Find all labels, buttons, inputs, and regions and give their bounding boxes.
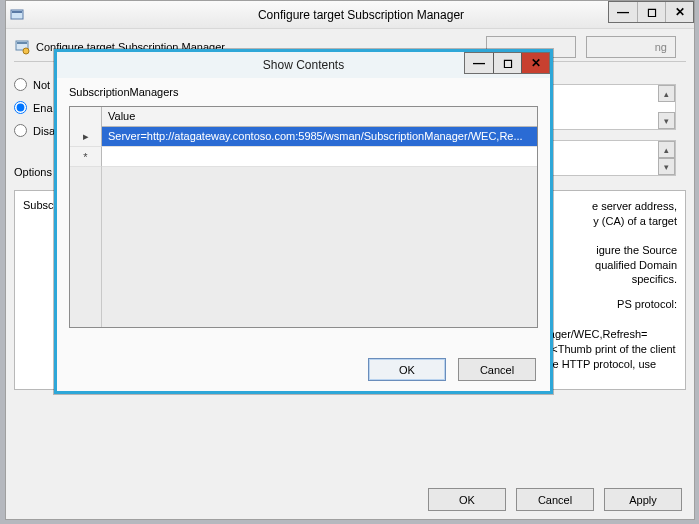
svg-rect-3 bbox=[17, 42, 27, 44]
svg-rect-1 bbox=[12, 11, 22, 13]
dialog-close-button[interactable]: ✕ bbox=[521, 53, 549, 73]
dialog-body: SubscriptionManagers Value ▸ Server=http… bbox=[69, 86, 538, 347]
cancel-button[interactable]: Cancel bbox=[516, 488, 594, 511]
grid-empty-area bbox=[102, 167, 537, 327]
grid-cell-empty[interactable] bbox=[102, 147, 537, 167]
main-window-title: Configure target Subscription Manager bbox=[28, 8, 694, 22]
next-setting-button[interactable]: ng bbox=[586, 36, 676, 58]
ok-button[interactable]: OK bbox=[428, 488, 506, 511]
radio-not-configured-input[interactable] bbox=[14, 78, 27, 91]
app-icon bbox=[6, 8, 28, 22]
radio-enabled-label: Ena bbox=[33, 102, 53, 114]
show-contents-dialog: Show Contents — ◻ ✕ SubscriptionManagers… bbox=[54, 49, 553, 394]
grid-new-row[interactable]: * bbox=[70, 147, 537, 167]
grid-row[interactable]: ▸ Server=http://atagateway.contoso.com:5… bbox=[70, 127, 537, 147]
main-footer: OK Cancel Apply bbox=[428, 488, 682, 511]
dialog-window-controls: — ◻ ✕ bbox=[464, 52, 550, 74]
close-button[interactable]: ✕ bbox=[665, 2, 693, 22]
minimize-button[interactable]: — bbox=[609, 2, 637, 22]
dialog-footer: OK Cancel bbox=[368, 358, 536, 381]
grid-rowhdr-empty bbox=[70, 167, 102, 327]
svg-point-4 bbox=[23, 48, 29, 54]
dialog-titlebar[interactable]: Show Contents — ◻ ✕ bbox=[57, 52, 550, 78]
radio-not-configured-label: Not bbox=[33, 79, 50, 91]
apply-button[interactable]: Apply bbox=[604, 488, 682, 511]
scroll-up-icon[interactable]: ▴ bbox=[658, 85, 675, 102]
radio-disabled-label: Disa bbox=[33, 125, 55, 137]
row-marker-new-icon: * bbox=[70, 147, 102, 167]
dialog-minimize-button[interactable]: — bbox=[465, 53, 493, 73]
maximize-button[interactable]: ◻ bbox=[637, 2, 665, 22]
grid-label: SubscriptionManagers bbox=[69, 86, 538, 98]
dialog-ok-button[interactable]: OK bbox=[368, 358, 446, 381]
main-titlebar[interactable]: Configure target Subscription Manager — … bbox=[6, 1, 694, 29]
scroll-up-icon[interactable]: ▴ bbox=[658, 141, 675, 158]
policy-icon bbox=[14, 39, 30, 55]
row-marker-current-icon: ▸ bbox=[70, 127, 102, 147]
grid-column-header[interactable]: Value bbox=[102, 107, 537, 127]
subscription-managers-grid[interactable]: Value ▸ Server=http://atagateway.contoso… bbox=[69, 106, 538, 328]
dialog-maximize-button[interactable]: ◻ bbox=[493, 53, 521, 73]
main-window-controls: — ◻ ✕ bbox=[608, 1, 694, 23]
scroll-down-icon[interactable]: ▾ bbox=[658, 112, 675, 129]
radio-disabled-input[interactable] bbox=[14, 124, 27, 137]
dialog-cancel-button[interactable]: Cancel bbox=[458, 358, 536, 381]
next-setting-label-tail: ng bbox=[655, 41, 667, 53]
radio-enabled-input[interactable] bbox=[14, 101, 27, 114]
grid-cell-value[interactable]: Server=http://atagateway.contoso.com:598… bbox=[102, 127, 537, 147]
